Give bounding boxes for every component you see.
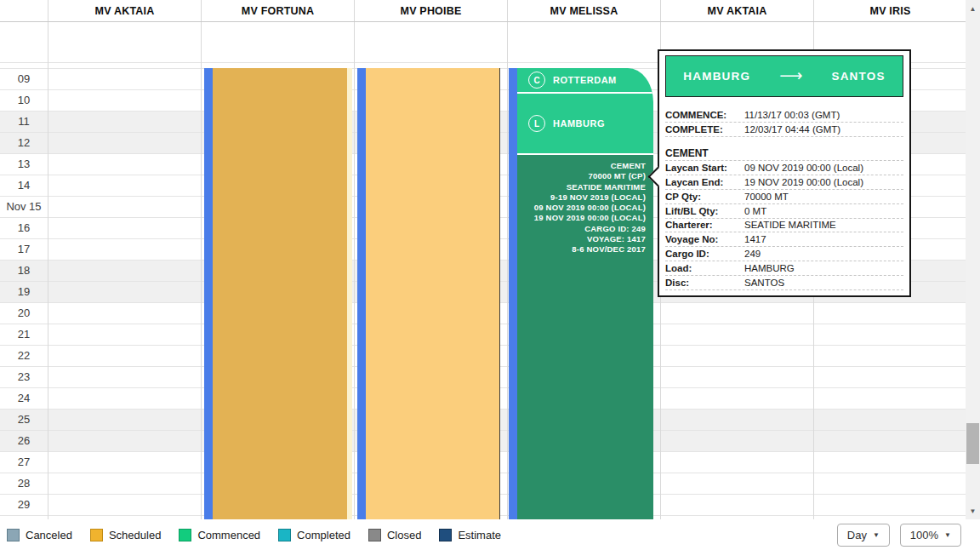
column-border: [48, 22, 48, 519]
scheduled-bar-fill: [366, 68, 500, 519]
tooltip-row-label: Laycan Start:: [665, 163, 744, 173]
tooltip-row-value: 12/03/17 04:44 (GMT): [744, 124, 903, 135]
route-to: SANTOS: [831, 70, 885, 83]
tooltip-row-label: Disc:: [665, 278, 744, 288]
legend-item: Scheduled: [90, 529, 161, 541]
legend-swatch: [90, 529, 103, 541]
tooltip-row-value: SEATIDE MARITIME: [744, 220, 903, 230]
vertical-scrollbar[interactable]: ▲ ▼: [966, 0, 980, 519]
date-label: 25: [0, 410, 48, 430]
legend-item: Closed: [368, 529, 421, 541]
day-view-label: Day: [847, 529, 867, 541]
tooltip-row-label: Load:: [665, 263, 744, 273]
vessel-column-header[interactable]: MV FORTUNA: [201, 0, 354, 21]
tooltip-row-label: Voyage No:: [665, 234, 744, 244]
tooltip-row-value: 1417: [744, 234, 903, 244]
tooltip-row-label: Charterer:: [665, 220, 744, 230]
tooltip-detail-rows: COMMENCE:11/13/17 00:03 (GMT)COMPLETE:12…: [665, 108, 903, 290]
scheduled-bar-pale-edge: [347, 68, 352, 519]
date-label: 11: [0, 112, 48, 132]
status-legend: CanceledScheduledCommencedCompletedClose…: [7, 529, 501, 541]
day-view-dropdown[interactable]: Day ▼: [837, 524, 890, 547]
date-column-header: [0, 0, 48, 21]
scheduled-bar-fill: [213, 68, 347, 519]
vessel-header-row: MV AKTAIAMV FORTUNAMV PHOIBEMV MELISSAMV…: [0, 0, 966, 22]
tooltip-row-value: 19 NOV 2019 00:00 (Local): [744, 177, 903, 187]
legend-swatch: [278, 529, 291, 541]
voyage-bar-fortuna-scheduled[interactable]: [204, 68, 352, 519]
tooltip-row-label: COMMENCE:: [665, 110, 744, 120]
legend-label: Commenced: [197, 529, 260, 541]
tooltip-row: Charterer:SEATIDE MARITIME: [665, 219, 903, 233]
vessel-column-header[interactable]: MV MELISSA: [507, 0, 660, 21]
tooltip-row-value: SANTOS: [744, 278, 903, 288]
tooltip-row-value: 11/13/17 00:03 (GMT): [744, 110, 903, 120]
voyage-bar-melissa-commenced[interactable]: C ROTTERDAM L HAMBURG CEMENT70000 MT (CP…: [509, 68, 653, 519]
tooltip-row-label: Cargo ID:: [665, 249, 744, 259]
cargo-info-line: 8-6 NOV/DEC 2017: [517, 244, 646, 255]
route-banner: HAMBURG ⟶ SANTOS: [665, 55, 903, 97]
date-label: 16: [0, 218, 48, 238]
cargo-info-line: CARGO ID: 249: [517, 224, 646, 234]
tooltip-row: Laycan Start:09 NOV 2019 00:00 (Local): [665, 161, 903, 175]
date-label: 12: [0, 133, 48, 153]
date-label: 13: [0, 154, 48, 175]
voyage-tooltip: HAMBURG ⟶ SANTOS COMMENCE:11/13/17 00:03…: [658, 49, 911, 297]
port-segment-discharge: C ROTTERDAM: [517, 68, 653, 92]
voyage-bar-phoibe-scheduled[interactable]: [357, 68, 500, 519]
grid-body: 091011121314Nov 151617181920212223242526…: [0, 22, 966, 519]
legend-label: Canceled: [26, 529, 72, 541]
tooltip-row-label: CP Qty:: [665, 192, 744, 202]
zoom-level-dropdown[interactable]: 100% ▼: [900, 524, 961, 547]
route-from: HAMBURG: [683, 70, 750, 83]
route-arrow-icon: ⟶: [779, 66, 802, 85]
scroll-up-icon[interactable]: ▲: [966, 2, 980, 15]
tooltip-row-value: HAMBURG: [744, 263, 903, 273]
chevron-down-icon: ▼: [944, 531, 951, 539]
date-label: 18: [0, 261, 48, 281]
legend-item: Canceled: [7, 529, 72, 541]
legend-swatch: [439, 529, 452, 541]
tooltip-row: Load:HAMBURG: [665, 261, 903, 276]
legend-label: Estimate: [458, 529, 501, 541]
tooltip-row-value: 09 NOV 2019 00:00 (Local): [744, 163, 903, 173]
date-label: 28: [0, 473, 48, 494]
date-label: 09: [0, 69, 48, 89]
legend-item: Commenced: [179, 529, 260, 541]
date-label: 24: [0, 388, 48, 409]
chevron-down-icon: ▼: [873, 531, 880, 539]
legend-label: Completed: [297, 529, 350, 541]
port-type-icon: L: [528, 115, 545, 132]
view-controls: Day ▼ 100% ▼: [837, 524, 961, 547]
legend-swatch: [179, 529, 191, 541]
vessel-column-header[interactable]: MV AKTAIA: [660, 0, 813, 21]
port-segment-load: L HAMBURG: [517, 92, 653, 153]
tooltip-row: Disc:SANTOS: [665, 276, 903, 290]
date-label: 19: [0, 282, 48, 302]
tooltip-row-value: 70000 MT: [744, 192, 903, 202]
port-name: ROTTERDAM: [553, 75, 617, 85]
legend-swatch: [368, 529, 381, 541]
port-type-icon: C: [528, 72, 545, 89]
vessel-schedule-app: MV AKTAIAMV FORTUNAMV PHOIBEMV MELISSAMV…: [0, 0, 980, 550]
scrollbar-thumb[interactable]: [966, 423, 979, 464]
tooltip-row: Lift/BL Qty:0 MT: [665, 204, 903, 219]
commenced-bar-stack: C ROTTERDAM L HAMBURG CEMENT70000 MT (CP…: [517, 68, 653, 519]
tooltip-row-label: CEMENT: [665, 147, 709, 159]
date-label: 29: [0, 495, 48, 515]
date-label: 27: [0, 452, 48, 473]
cargo-info-line: 09 NOV 2019 00:00 (LOCAL): [517, 203, 646, 213]
cargo-info-line: 19 NOV 2019 00:00 (LOCAL): [517, 213, 646, 223]
column-border: [201, 22, 202, 519]
vessel-column-header[interactable]: MV PHOIBE: [354, 0, 507, 21]
date-label: 17: [0, 239, 48, 260]
tooltip-row: CP Qty:70000 MT: [665, 190, 903, 204]
date-label: 22: [0, 346, 48, 366]
scroll-down-icon[interactable]: ▼: [966, 504, 980, 518]
legend-swatch: [7, 529, 20, 541]
vessel-column-header[interactable]: MV AKTAIA: [48, 0, 201, 21]
vessel-column-header[interactable]: MV IRIS: [813, 0, 966, 21]
date-label: 23: [0, 367, 48, 387]
column-border: [507, 22, 508, 519]
cargo-info-lines: CEMENT70000 MT (CP)SEATIDE MARITIME9-19 …: [517, 161, 646, 255]
